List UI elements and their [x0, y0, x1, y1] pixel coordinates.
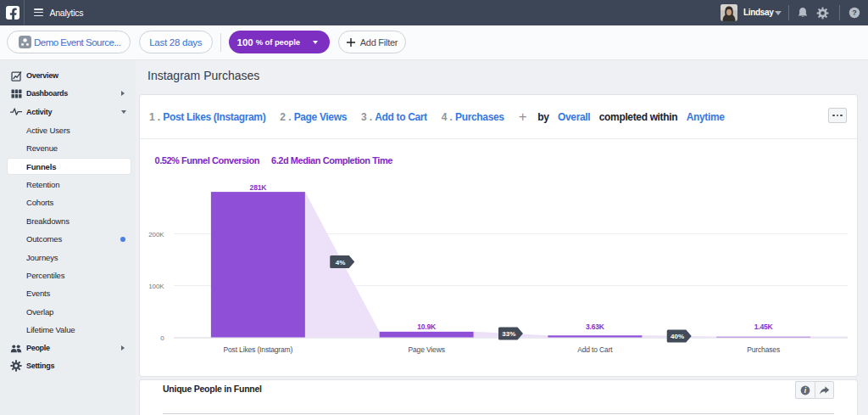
- sidebar-item-events[interactable]: Events: [0, 284, 136, 302]
- topbar-divider: [788, 5, 789, 20]
- plus-icon: [346, 37, 356, 48]
- unique-people-card: Unique People in Funnel i: [139, 379, 858, 415]
- chevron-right-icon: [121, 91, 125, 96]
- topbar-divider: [24, 0, 25, 25]
- facebook-logo[interactable]: [6, 6, 19, 20]
- bar-value-label: 10.9K: [417, 322, 437, 331]
- settings-icon: [10, 360, 22, 372]
- sidebar-item-overlap[interactable]: Overlap: [0, 303, 136, 321]
- sidebar-item-people[interactable]: People: [0, 339, 136, 356]
- user-name[interactable]: Lindsay: [743, 0, 773, 25]
- info-button[interactable]: i: [795, 381, 815, 399]
- activity-icon: [10, 106, 22, 118]
- bar-value-label: 281K: [250, 183, 268, 192]
- user-avatar[interactable]: [721, 4, 737, 21]
- conversion-badge-label: 33%: [502, 330, 515, 338]
- sidebar-navigation: OverviewDashboardsActivityActive UsersRe…: [0, 60, 136, 415]
- funnel-card: 1.Post Likes (Instagram)2.Page Views3.Ad…: [139, 94, 858, 377]
- sidebar-item-journeys[interactable]: Journeys: [0, 248, 136, 266]
- funnel-tail-area: [810, 337, 848, 338]
- topbar-divider: [839, 5, 840, 20]
- sidebar-item-outcomes[interactable]: Outcomes: [0, 230, 136, 248]
- people-icon: [10, 342, 22, 354]
- hamburger-menu-icon[interactable]: [34, 8, 43, 16]
- user-menu-caret-icon[interactable]: [775, 11, 782, 15]
- hamburger-line: [34, 12, 43, 14]
- filterbar-divider: [220, 33, 221, 52]
- sidebar-item-percentiles[interactable]: Percentiles: [0, 266, 136, 284]
- date-range-pill[interactable]: Last 28 days: [139, 31, 214, 53]
- sidebar-item-revenue[interactable]: Revenue: [0, 139, 136, 157]
- funnel-bar[interactable]: [716, 337, 810, 338]
- conversion-badge-label: 40%: [670, 333, 684, 340]
- bar-value-label: 1.45K: [754, 322, 774, 331]
- top-navigation-bar: Analytics Lindsay: [0, 0, 868, 25]
- share-button[interactable]: [815, 381, 834, 399]
- sidebar-item-overview[interactable]: Overview: [0, 66, 136, 84]
- event-source-label: Demo Event Source...: [34, 37, 121, 48]
- hamburger-line: [34, 15, 43, 17]
- y-axis-tick-label: 200K: [148, 231, 164, 238]
- conversion-badge-label: 4%: [336, 259, 346, 266]
- funnel-bar[interactable]: [380, 332, 474, 338]
- sidebar-item-activity[interactable]: Activity: [0, 103, 136, 121]
- bar-value-label: 3.63K: [586, 322, 605, 331]
- chevron-right-icon: [121, 345, 125, 351]
- funnel-chart: 200K100K0281KPost Likes (Instagram)10.9K…: [140, 95, 859, 378]
- funnel-bar[interactable]: [211, 192, 305, 337]
- sidebar-item-retention[interactable]: Retention: [0, 176, 136, 193]
- event-source-icon: [19, 36, 31, 48]
- svg-text:?: ?: [852, 8, 857, 17]
- card-actions: i: [795, 381, 834, 399]
- notifications-bell-icon[interactable]: [797, 0, 809, 25]
- add-filter-button[interactable]: Add Filter: [338, 31, 406, 53]
- x-axis-category-label: Add to Cart: [577, 345, 613, 354]
- percent-of-people-dropdown[interactable]: 100 % of people: [229, 31, 330, 53]
- y-axis-tick-label: 0: [160, 334, 164, 342]
- settings-gear-icon[interactable]: [816, 0, 829, 25]
- help-icon[interactable]: ?: [849, 0, 860, 25]
- notification-dot: [120, 237, 125, 242]
- sidebar-item-breakdowns[interactable]: Breakdowns: [0, 212, 136, 230]
- sidebar-item-cohorts[interactable]: Cohorts: [0, 193, 136, 211]
- x-axis-category-label: Page Views: [409, 345, 445, 354]
- app-title: Analytics: [50, 0, 84, 25]
- sidebar-item-active-users[interactable]: Active Users: [0, 121, 136, 139]
- sidebar-item-lifetime-value[interactable]: Lifetime Value: [0, 321, 136, 339]
- overview-icon: [10, 70, 22, 81]
- unique-people-title: Unique People in Funnel: [163, 384, 262, 395]
- y-axis-tick-label: 100K: [148, 283, 164, 290]
- dashboards-icon: [10, 87, 22, 99]
- sidebar-item-settings[interactable]: Settings: [0, 357, 136, 375]
- analytics-app: Analytics Lindsay: [0, 0, 868, 415]
- funnel-bar[interactable]: [548, 335, 642, 337]
- filter-bar: Demo Event Source... Last 28 days 100 % …: [0, 25, 868, 60]
- dropdown-caret-icon: [313, 41, 318, 44]
- page-title: Instagram Purchases: [147, 69, 259, 82]
- section-divider: [163, 413, 834, 414]
- sidebar-item-dashboards[interactable]: Dashboards: [0, 85, 136, 103]
- hamburger-line: [34, 8, 43, 10]
- sidebar-item-funnels[interactable]: Funnels: [0, 157, 136, 175]
- chevron-down-icon: [121, 110, 126, 114]
- event-source-pill[interactable]: Demo Event Source...: [7, 31, 131, 53]
- x-axis-category-label: Post Likes (Instagram): [224, 345, 293, 354]
- x-axis-category-label: Purchases: [747, 345, 780, 354]
